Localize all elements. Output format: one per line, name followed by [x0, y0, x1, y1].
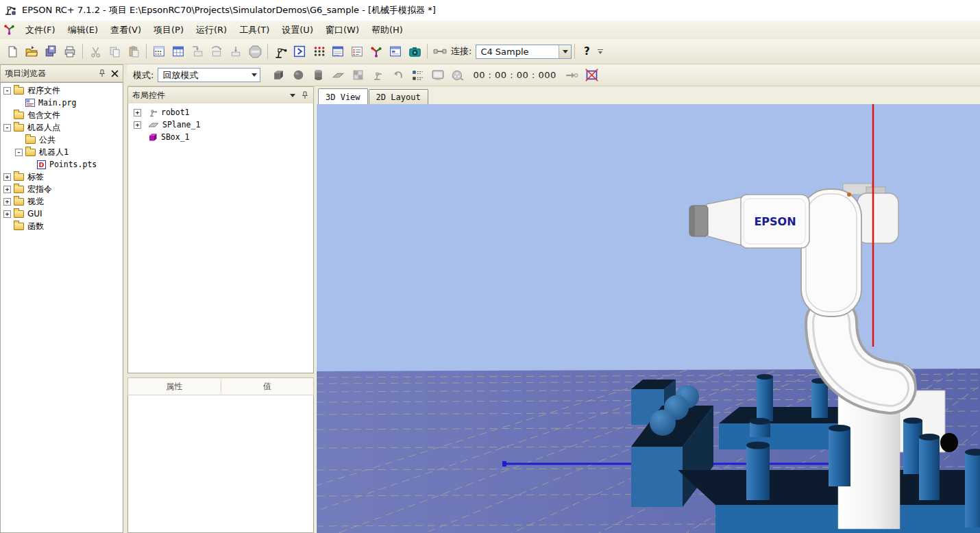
add-plane-button[interactable]	[328, 66, 348, 85]
io-label-editor-button[interactable]	[149, 42, 169, 61]
menu-project[interactable]: 项目(P)	[147, 21, 190, 39]
toolbar-separator	[146, 44, 147, 59]
expand-icon[interactable]: +	[3, 210, 11, 218]
expand-icon[interactable]: +	[134, 121, 141, 129]
connection-dropdown-button[interactable]	[559, 45, 571, 58]
project-browser-title: 项目浏览器	[5, 68, 95, 79]
add-sphere-button[interactable]	[289, 66, 308, 85]
step-over-icon	[210, 45, 223, 58]
simulator-button[interactable]	[367, 42, 386, 61]
pin-icon[interactable]	[299, 90, 310, 101]
print-button[interactable]	[60, 42, 79, 61]
menu-setup[interactable]: 设置(U)	[275, 21, 319, 39]
vision-camera-button[interactable]	[405, 42, 424, 61]
collapse-icon[interactable]: -	[3, 87, 11, 95]
folder-open-icon	[14, 124, 24, 132]
add-cylinder-button[interactable]	[308, 66, 328, 85]
tree-item-robot-points[interactable]: - 机器人点	[1, 121, 123, 134]
pin-icon[interactable]	[97, 68, 108, 79]
stop-button[interactable]	[245, 42, 265, 61]
layout-item-label: SPlane_1	[162, 120, 200, 129]
points-editor-button[interactable]	[169, 42, 188, 61]
mode-dropdown-button[interactable]	[248, 69, 260, 82]
property-column-header: 属性	[128, 381, 221, 393]
menu-file[interactable]: 文件(F)	[19, 21, 62, 39]
folder-open-icon	[14, 87, 24, 95]
add-box-button[interactable]	[269, 66, 289, 85]
connect-button[interactable]	[430, 42, 450, 61]
record-video-button[interactable]	[448, 66, 467, 85]
layout-item-sbox[interactable]: SBox_1	[128, 131, 313, 143]
tree-item-robot1[interactable]: - 机器人1	[1, 146, 123, 158]
layout-item-label: SBox_1	[161, 132, 190, 142]
collapse-icon[interactable]: -	[15, 149, 23, 156]
open-project-button[interactable]	[22, 42, 41, 61]
tree-item-vision[interactable]: + 视觉	[1, 195, 123, 208]
connection-select[interactable]: C4 Sample	[476, 45, 572, 59]
tree-item-label: Main.prg	[38, 98, 76, 108]
io-monitor-button[interactable]	[309, 42, 328, 61]
task-manager-button[interactable]	[328, 42, 347, 61]
command-window-button[interactable]	[347, 42, 367, 61]
expand-icon[interactable]: +	[3, 173, 11, 181]
cut-button[interactable]	[86, 42, 105, 61]
run-window-icon	[293, 45, 306, 58]
chevron-down-icon[interactable]	[287, 90, 298, 101]
tab-3d-view[interactable]: 3D View	[318, 88, 368, 104]
menu-edit[interactable]: 编辑(E)	[62, 21, 104, 39]
tree-item-gui[interactable]: + GUI	[1, 208, 123, 220]
tree-item-program-files[interactable]: - 程序文件	[1, 84, 123, 97]
tree-item-include-files[interactable]: 包含文件	[1, 109, 123, 121]
gui-builder-button[interactable]	[386, 42, 405, 61]
add-pattern-button[interactable]	[348, 66, 368, 85]
menu-window[interactable]: 窗口(W)	[319, 21, 365, 39]
toolbar-overflow-button[interactable]	[596, 43, 605, 60]
save-all-button[interactable]	[41, 42, 60, 61]
toolbar-separator	[574, 44, 575, 59]
window-title: EPSON RC+ 7.1.2 - 项目 E:\EpsonRC70\Projec…	[22, 4, 436, 16]
step-over-button[interactable]	[207, 42, 226, 61]
expand-icon[interactable]: +	[134, 109, 141, 116]
robot-manager-button[interactable]	[271, 42, 290, 61]
undo-button[interactable]	[388, 66, 408, 85]
expand-icon[interactable]: +	[3, 186, 11, 193]
new-file-button[interactable]	[3, 42, 22, 61]
layout-item-robot1[interactable]: + robot1	[128, 106, 313, 119]
folder-icon	[14, 198, 24, 206]
tree-item-functions[interactable]: 函数	[1, 220, 123, 232]
layout-objects-tree: + robot1 + SPlane_1 SBox_1	[127, 103, 314, 373]
help-button[interactable]: ?	[578, 42, 596, 60]
virtual-controller-button[interactable]	[428, 66, 448, 85]
step-out-button[interactable]	[226, 42, 245, 61]
view-tab-strip: 3D View 2D Layout	[316, 86, 980, 104]
expand-icon[interactable]: +	[3, 198, 11, 206]
gui-builder-icon	[389, 45, 402, 58]
menu-help[interactable]: 帮助(H)	[365, 21, 409, 39]
step-into-button[interactable]	[188, 42, 207, 61]
tree-item-labels[interactable]: + 标签	[1, 171, 123, 183]
black-part[interactable]	[940, 433, 958, 452]
mode-select[interactable]: 回放模式	[158, 68, 260, 82]
menu-tools[interactable]: 工具(T)	[233, 21, 275, 39]
layout-item-splane[interactable]: + SPlane_1	[128, 119, 313, 131]
menu-run[interactable]: 运行(R)	[190, 21, 233, 39]
tree-item-common[interactable]: 公共	[1, 134, 123, 146]
menu-view[interactable]: 查看(V)	[104, 21, 147, 39]
3d-scene[interactable]: EPSON	[317, 104, 980, 533]
copy-button[interactable]	[105, 42, 124, 61]
3d-viewport[interactable]: EPSON	[316, 104, 980, 533]
step-out-icon	[230, 45, 242, 58]
tree-item-points-pts[interactable]: D Points.pts	[1, 158, 123, 171]
paste-button[interactable]	[124, 42, 143, 61]
tab-2d-layout[interactable]: 2D Layout	[369, 89, 428, 104]
tree-item-macros[interactable]: + 宏指令	[1, 183, 123, 195]
tree-item-main-prg[interactable]: Main.prg	[1, 97, 123, 109]
collision-display-off-button[interactable]	[582, 66, 602, 85]
add-robot-button[interactable]	[368, 66, 388, 85]
collision-check-button[interactable]	[408, 66, 428, 85]
run-window-button[interactable]	[290, 42, 309, 61]
collapse-icon[interactable]: -	[3, 124, 11, 132]
close-icon[interactable]	[109, 68, 120, 79]
connect-plug-icon	[433, 45, 447, 58]
step-zero-button[interactable]	[562, 66, 582, 85]
